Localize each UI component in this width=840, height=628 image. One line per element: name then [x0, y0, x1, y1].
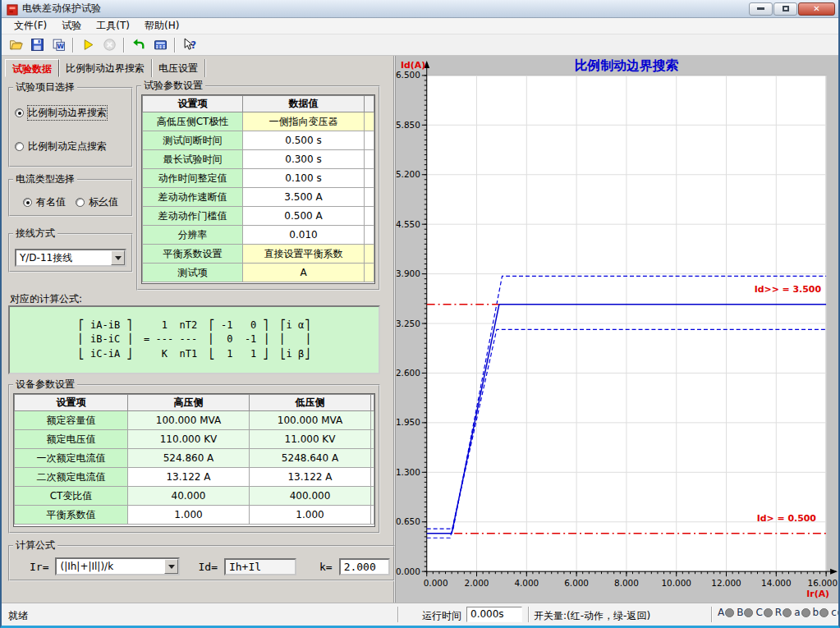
menu-test[interactable]: 试验: [54, 17, 89, 34]
svg-text:6.500: 6.500: [396, 70, 420, 80]
param-value-cell[interactable]: 0.010: [243, 226, 365, 245]
stop-test-button[interactable]: [99, 36, 120, 54]
svg-text:4.550: 4.550: [396, 219, 420, 229]
close-button[interactable]: ✕: [798, 2, 835, 16]
col-header: 设置项: [143, 96, 243, 112]
param-name-cell: 额定容量值: [15, 411, 128, 430]
matrix-formula: ⎡ iA-iB ⎤ 1 nT2 ⎡ -1 0 ⎤ ⎡i α⎤ ⎢ iB-iC ⎥…: [79, 319, 310, 361]
tab-ratio-boundary-search[interactable]: 比例制动边界搜索: [59, 59, 152, 77]
svg-text:8.000: 8.000: [614, 578, 639, 588]
help-arrow-icon: ?: [183, 38, 197, 52]
param-value-cell[interactable]: 一侧指向变压器: [243, 112, 365, 131]
calculator-icon: [154, 38, 168, 52]
menu-help[interactable]: 帮助(H): [137, 17, 186, 34]
menu-bar: 文件(F) 试验 工具(T) 帮助(H): [2, 18, 838, 34]
status-separator: [528, 607, 530, 622]
high-side-value-cell[interactable]: 110.000 KV: [128, 430, 250, 449]
minimize-button[interactable]: [749, 2, 773, 16]
wiring-group-title: 接线方式: [13, 227, 57, 241]
param-value-cell[interactable]: A: [243, 264, 365, 282]
calculator-button[interactable]: [149, 36, 171, 54]
current-type-option-label: 有名值: [36, 195, 66, 209]
param-name-cell: 差动动作速断值: [143, 188, 243, 207]
wiring-combobox[interactable]: Y/D-11接线: [15, 249, 126, 267]
low-side-value-cell[interactable]: 1.000: [250, 506, 371, 525]
table-row: 动作时间整定值0.100 s: [143, 169, 374, 188]
radio-icon[interactable]: [23, 198, 32, 207]
param-name-cell: 差动动作门槛值: [143, 207, 243, 226]
undo-button[interactable]: [128, 36, 149, 54]
tab-test-data[interactable]: 试验数据: [5, 59, 59, 77]
test-item-group-title: 试验项目选择: [13, 80, 77, 94]
param-value-cell[interactable]: 3.500 A: [243, 188, 365, 207]
k-label: k=: [319, 561, 333, 573]
id-formula-field[interactable]: Ih+Il: [224, 558, 296, 575]
menu-file[interactable]: 文件(F): [7, 17, 54, 34]
col-header: 低压侧: [250, 395, 371, 411]
col-header: 设置项: [15, 395, 128, 411]
param-value-cell[interactable]: 0.500 s: [243, 131, 365, 150]
indicator-lamp-icon: [764, 608, 773, 617]
switch-indicator-C: C: [755, 607, 772, 618]
high-side-value-cell[interactable]: 524.860 A: [128, 449, 250, 468]
param-value-cell[interactable]: 0.100 s: [243, 169, 365, 188]
save-button[interactable]: [26, 36, 48, 54]
svg-text:5.850: 5.850: [396, 120, 420, 130]
svg-text:2.600: 2.600: [396, 368, 420, 378]
chevron-down-icon[interactable]: [164, 559, 178, 574]
svg-text:1.300: 1.300: [396, 467, 420, 477]
run-test-button[interactable]: [77, 36, 99, 54]
k-value-field[interactable]: 2.000: [339, 558, 390, 575]
low-side-value-cell[interactable]: 100.000 MVA: [250, 411, 371, 430]
tab-voltage-settings[interactable]: 电压设置: [152, 59, 205, 77]
table-row: 平衡系数值1.0001.000: [15, 506, 374, 525]
table-row: 额定容量值100.000 MVA100.000 MVA: [15, 411, 374, 430]
chart-panel: 0.0002.0004.0006.0008.00010.00012.00014.…: [395, 56, 838, 603]
ir-formula-combobox[interactable]: (|Ih|+|Il|)/k: [55, 557, 180, 575]
indicator-letter: c: [831, 607, 837, 618]
table-row: 二次额定电流值13.122 A13.122 A: [15, 468, 374, 487]
runtime-value-field: 0.000s: [466, 607, 522, 622]
param-value-cell[interactable]: 直接设置平衡系数: [243, 245, 365, 264]
low-side-value-cell[interactable]: 400.000: [250, 487, 371, 506]
radio-icon[interactable]: [76, 198, 85, 207]
svg-text:0.000: 0.000: [424, 578, 448, 588]
switch-indicator-R: R: [775, 607, 792, 618]
param-value-cell[interactable]: 0.500 A: [243, 207, 365, 226]
low-side-value-cell[interactable]: 11.000 KV: [250, 430, 371, 449]
menu-tools[interactable]: 工具(T): [89, 17, 137, 34]
low-side-value-cell[interactable]: 13.122 A: [250, 468, 371, 487]
high-side-value-cell[interactable]: 100.000 MVA: [128, 411, 250, 430]
test-params-table: 设置项数据值高低压侧CT极性一侧指向变压器测试间断时间0.500 s最长试验时间…: [142, 95, 374, 282]
chevron-down-icon[interactable]: [111, 250, 125, 265]
test-item-option-1[interactable]: 比例制动定点搜索: [15, 140, 128, 154]
radio-icon[interactable]: [15, 108, 24, 117]
context-help-button[interactable]: ?: [179, 36, 200, 54]
maximize-button[interactable]: [773, 2, 797, 16]
current-type-option-0[interactable]: 有名值: [23, 195, 66, 209]
device-params-table: 设置项高压侧低压侧额定容量值100.000 MVA100.000 MVA额定电压…: [14, 394, 374, 525]
title-bar: 电铁差动保护试验 ✕: [2, 0, 838, 18]
radio-icon[interactable]: [15, 142, 24, 151]
matrix-formula-box: ⎡ iA-iB ⎤ 1 nT2 ⎡ -1 0 ⎤ ⎡i α⎤ ⎢ iB-iC ⎥…: [8, 305, 380, 374]
low-side-value-cell[interactable]: 5248.640 A: [250, 449, 371, 468]
left-panel: 试验数据 比例制动边界搜索 电压设置 试验项目选择 比例制动边界搜索比例制动定点…: [2, 56, 395, 603]
high-side-value-cell[interactable]: 1.000: [128, 506, 250, 525]
param-name-cell: 一次额定电流值: [15, 449, 128, 468]
test-item-option-label: 比例制动定点搜索: [28, 140, 107, 154]
export-word-button[interactable]: W: [48, 36, 69, 54]
high-side-value-cell[interactable]: 40.000: [128, 487, 250, 506]
test-item-option-0[interactable]: 比例制动边界搜索: [15, 106, 128, 120]
table-row: 差动动作速断值3.500 A: [143, 188, 374, 207]
run-icon: [81, 38, 95, 52]
current-type-option-1[interactable]: 标幺值: [76, 195, 118, 209]
test-item-option-label: 比例制动边界搜索: [28, 106, 107, 120]
table-row: 一次额定电流值524.860 A5248.640 A: [15, 449, 374, 468]
param-name-cell: 测试项: [143, 264, 243, 282]
param-value-cell[interactable]: 0.300 s: [243, 150, 365, 169]
open-button[interactable]: [5, 36, 26, 54]
param-name-cell: 测试间断时间: [143, 131, 243, 150]
svg-text:3.900: 3.900: [396, 268, 420, 278]
test-item-group: 试验项目选择 比例制动边界搜索比例制动定点搜索: [8, 80, 133, 167]
high-side-value-cell[interactable]: 13.122 A: [128, 468, 250, 487]
